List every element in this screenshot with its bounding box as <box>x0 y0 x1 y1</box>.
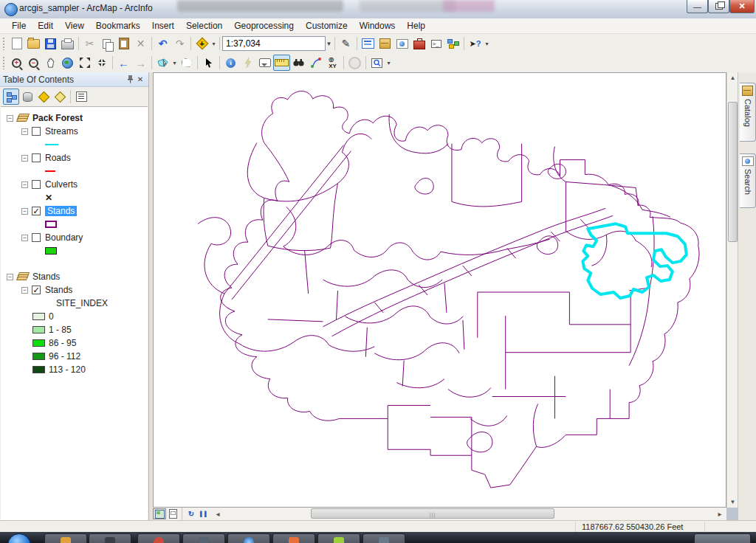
editor-toolbar-button[interactable]: ✎ <box>337 35 354 52</box>
add-data-button[interactable]: + <box>193 35 210 52</box>
taskbar-tray[interactable] <box>694 533 751 543</box>
identify-button[interactable]: i <box>222 55 239 71</box>
toc-layer-culverts[interactable]: − Culverts <box>1 178 148 191</box>
selected-stand-highlight[interactable] <box>583 224 687 298</box>
toc-layer-roads[interactable]: − Roads <box>1 151 148 165</box>
search-tab[interactable]: Search <box>740 153 756 208</box>
select-features-dropdown[interactable]: ▾ <box>171 60 178 66</box>
search-window-button[interactable] <box>394 35 410 52</box>
collapse-icon[interactable]: − <box>21 287 28 294</box>
close-button[interactable]: ✕ <box>729 0 755 13</box>
stands-checkbox[interactable]: ✓ <box>32 207 41 215</box>
refresh-button[interactable]: ↻ <box>185 508 198 519</box>
select-elements-button[interactable] <box>200 55 217 71</box>
menu-windows[interactable]: Windows <box>354 19 402 32</box>
roads-symbol-row[interactable] <box>1 165 148 178</box>
legend-class-row[interactable]: 1 - 85 <box>1 323 148 336</box>
toolbar-overflow[interactable]: ▾ <box>484 41 490 47</box>
toc-layer-stands2[interactable]: − ✓ Stands <box>1 283 148 297</box>
collapse-icon[interactable]: − <box>21 235 28 241</box>
new-document-button[interactable] <box>8 35 25 52</box>
stands-map[interactable] <box>154 73 726 507</box>
legend-class-row[interactable]: 96 - 112 <box>1 350 148 363</box>
find-button[interactable] <box>290 55 307 71</box>
toc-group-stands[interactable]: − Stands <box>1 270 148 283</box>
culverts-symbol-row[interactable]: ✕ <box>1 191 148 204</box>
redo-button[interactable]: ↷ <box>171 35 188 52</box>
layer-label-selected[interactable]: Stands <box>45 206 77 216</box>
open-button[interactable] <box>25 35 42 52</box>
toc-header[interactable]: Table Of Contents ✕ <box>0 72 148 87</box>
taskbar-button[interactable] <box>137 533 180 543</box>
list-by-selection-button[interactable] <box>52 89 68 105</box>
catalog-window-button[interactable] <box>377 35 394 52</box>
taskbar-button[interactable] <box>362 533 405 543</box>
menu-insert[interactable]: Insert <box>146 19 180 32</box>
scroll-left-button[interactable]: ◂ <box>211 508 224 519</box>
add-data-dropdown[interactable]: ▾ <box>210 41 217 47</box>
horizontal-scroll-thumb[interactable]: ||| <box>311 508 554 519</box>
collapse-icon[interactable]: − <box>7 115 13 122</box>
menu-help[interactable]: Help <box>401 19 431 32</box>
select-features-button[interactable] <box>154 55 171 71</box>
start-button[interactable] <box>7 533 31 543</box>
scroll-up-icon[interactable]: ▲ <box>727 72 738 83</box>
pan-button[interactable] <box>42 55 59 71</box>
restore-button[interactable] <box>708 0 729 13</box>
catalog-tab[interactable]: Catalog <box>740 83 756 142</box>
boundary-symbol-row[interactable] <box>1 244 148 257</box>
map-vertical-scrollbar[interactable]: ▲ ▼ <box>726 72 738 508</box>
menu-customize[interactable]: Customize <box>300 19 354 32</box>
cut-button[interactable]: ✂ <box>81 35 98 52</box>
list-by-source-button[interactable] <box>19 89 35 105</box>
data-view-button[interactable] <box>153 508 166 519</box>
layer-label[interactable]: Stands <box>45 285 72 295</box>
undo-button[interactable]: ↶ <box>154 35 171 52</box>
menu-edit[interactable]: Edit <box>32 19 59 32</box>
stands-symbol-row[interactable] <box>1 218 148 231</box>
toc-layer-streams[interactable]: − Streams <box>1 125 148 138</box>
hyperlink-button[interactable] <box>239 55 256 71</box>
boundary-checkbox[interactable] <box>32 233 41 242</box>
next-extent-button[interactable]: → <box>132 55 149 71</box>
find-route-button[interactable] <box>307 55 324 71</box>
paste-button[interactable] <box>115 35 132 52</box>
copy-button[interactable] <box>98 35 115 52</box>
arctoolbox-button[interactable] <box>410 35 427 52</box>
list-by-visibility-button[interactable] <box>35 89 52 105</box>
toc-group-pack-forest[interactable]: − Pack Forest <box>1 111 148 125</box>
map-horizontal-scrollbar[interactable]: ||| <box>226 508 712 519</box>
taskbar-button[interactable] <box>182 533 225 543</box>
toolbar-overflow[interactable]: ▾ <box>385 60 392 66</box>
list-by-drawing-order-button[interactable] <box>3 89 19 105</box>
toolbar-grip[interactable] <box>2 56 6 69</box>
close-panel-icon[interactable]: ✕ <box>135 75 145 85</box>
time-slider-button[interactable] <box>346 55 363 71</box>
collapse-icon[interactable]: − <box>7 274 13 280</box>
menu-bookmarks[interactable]: Bookmarks <box>90 19 146 32</box>
print-button[interactable] <box>59 35 76 52</box>
menu-file[interactable]: File <box>6 19 32 32</box>
roads-checkbox[interactable] <box>32 153 41 162</box>
group-label[interactable]: Pack Forest <box>32 113 83 123</box>
collapse-icon[interactable]: − <box>21 181 28 188</box>
taskbar-button[interactable] <box>272 533 315 543</box>
map-canvas[interactable] <box>153 72 726 508</box>
layer-label[interactable]: Streams <box>45 126 78 136</box>
taskbar-button[interactable] <box>89 533 131 543</box>
menu-selection[interactable]: Selection <box>180 19 228 32</box>
viewer-window-button[interactable] <box>368 55 385 71</box>
taskbar-button[interactable] <box>227 533 270 543</box>
menu-geoprocessing[interactable]: Geoprocessing <box>228 19 300 32</box>
full-extent-button[interactable] <box>59 55 76 71</box>
minimize-button[interactable]: — <box>687 0 708 13</box>
stands2-checkbox[interactable]: ✓ <box>32 286 41 294</box>
legend-class-row[interactable]: 86 - 95 <box>1 336 148 350</box>
fixed-zoom-out-button[interactable] <box>93 55 110 71</box>
python-window-button[interactable]: >_ <box>427 35 444 52</box>
measure-button[interactable] <box>273 55 290 71</box>
toolbar-grip[interactable] <box>2 37 6 50</box>
pause-drawing-button[interactable]: ▌▌ <box>198 508 211 519</box>
whats-this-button[interactable]: ➤? <box>467 35 484 52</box>
map-scale-input[interactable] <box>222 36 326 51</box>
